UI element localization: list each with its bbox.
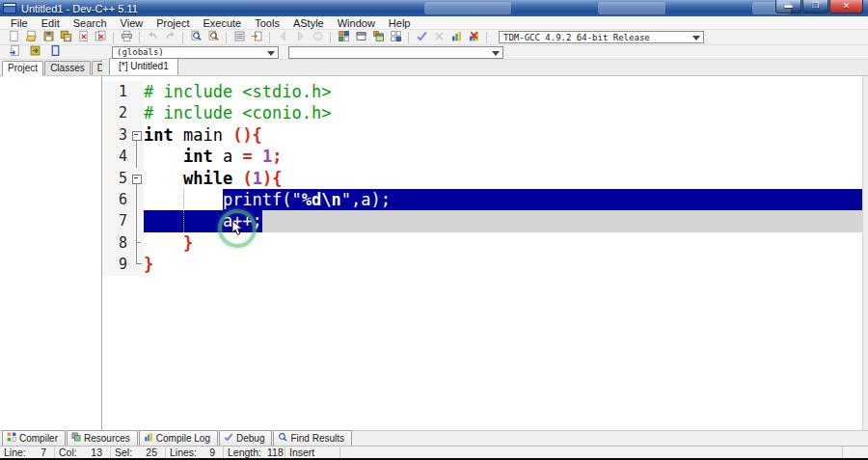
- delete-profiling-icon: [468, 29, 480, 46]
- menu-file[interactable]: File: [4, 16, 35, 30]
- new-file-button[interactable]: [5, 31, 22, 44]
- report-tabs: CompilerResourcesCompile LogDebugFind Re…: [0, 430, 868, 446]
- close-button[interactable]: [74, 31, 92, 44]
- menu-search[interactable]: Search: [67, 16, 114, 30]
- menu-execute[interactable]: Execute: [196, 16, 248, 30]
- status-insert: Insert: [285, 446, 340, 458]
- line-number: 5: [102, 168, 130, 189]
- aero-glass-highlight: [424, 2, 511, 14]
- code-line-5[interactable]: 5 while (1){: [102, 168, 868, 189]
- code-text: }: [144, 254, 868, 275]
- report-tab-find-results[interactable]: Find Results: [273, 430, 352, 446]
- indent-guide: [183, 189, 184, 232]
- close-button[interactable]: ✕: [829, 0, 863, 14]
- menu-project[interactable]: Project: [149, 16, 196, 30]
- insert-icon: [9, 43, 21, 61]
- menu-tools[interactable]: Tools: [248, 16, 286, 30]
- report-tab-debug[interactable]: Debug: [219, 430, 272, 446]
- chevron-down-icon: [492, 51, 500, 56]
- fold-toggle-icon[interactable]: [130, 124, 144, 146]
- code-line-1[interactable]: 1# include <stdio.h>: [102, 81, 868, 102]
- code-line-6[interactable]: 6 printf("%d\n",a);: [102, 189, 868, 210]
- menu-help[interactable]: Help: [382, 16, 418, 30]
- code-line-9[interactable]: 9}: [102, 254, 868, 275]
- vertical-scrollbar[interactable]: [862, 76, 868, 430]
- compile-button[interactable]: [335, 31, 352, 44]
- status-length: Length:118: [224, 446, 285, 458]
- status-col: Col:13: [55, 446, 111, 458]
- editor-tabstrip: [*] Untitled1: [102, 60, 868, 76]
- maximize-button[interactable]: ❐: [802, 0, 828, 14]
- status-message-area: [340, 446, 843, 458]
- fold-margin: [130, 232, 144, 254]
- fold-toggle-icon[interactable]: [130, 168, 144, 189]
- editor-pane: [*] Untitled1 1# include <stdio.h>2# inc…: [102, 60, 868, 430]
- fold-margin: [130, 102, 144, 123]
- insert-button[interactable]: [5, 45, 25, 59]
- editor-tab-untitled1[interactable]: [*] Untitled1: [109, 58, 178, 75]
- code-line-4[interactable]: 4 int a = 1;: [102, 146, 868, 167]
- compiler-select[interactable]: TDM-GCC 4.9.2 64-bit Release: [499, 31, 704, 43]
- members-select[interactable]: [288, 46, 503, 59]
- code-text: # include <conio.h>: [144, 102, 868, 123]
- toolbar-separator: [226, 32, 227, 43]
- delete-profiling-button[interactable]: [465, 31, 482, 44]
- goto-bookmark-button[interactable]: [45, 45, 66, 59]
- toolbar-separator: [113, 32, 114, 43]
- globals-select[interactable]: (globals): [112, 46, 279, 59]
- profile-analysis-button[interactable]: [448, 31, 465, 44]
- find-in-files-button[interactable]: [231, 31, 248, 44]
- replace-icon: [207, 29, 220, 46]
- abort-compilation-button: [430, 31, 448, 44]
- back-button: [274, 31, 291, 44]
- line-number: 9: [102, 254, 130, 275]
- undo-icon: [147, 29, 159, 46]
- profile-analysis-icon: [450, 29, 463, 46]
- report-tab-label: Debug: [236, 433, 264, 445]
- close-all-button[interactable]: [92, 31, 109, 44]
- close-all-icon: [95, 29, 107, 46]
- print-button[interactable]: [118, 31, 135, 44]
- fold-margin: [130, 81, 144, 102]
- main-toolbar: TDM-GCC 4.9.2 64-bit Release: [0, 30, 868, 45]
- code-line-3[interactable]: 3int main (){: [102, 124, 868, 146]
- forward-button: [291, 31, 309, 44]
- save-button[interactable]: [40, 31, 57, 44]
- save-all-button[interactable]: [57, 31, 74, 44]
- goto-line-button[interactable]: [248, 31, 265, 44]
- toggle-bookmark-button[interactable]: [25, 45, 45, 59]
- compile-log-icon: [144, 432, 153, 445]
- menu-astyle[interactable]: AStyle: [286, 16, 331, 30]
- abort-button: [309, 31, 326, 44]
- syntax-check-button[interactable]: [413, 31, 430, 44]
- minimize-button[interactable]: ▬: [775, 0, 801, 14]
- project-tree[interactable]: [0, 76, 101, 430]
- code-line-2[interactable]: 2# include <conio.h>: [102, 102, 868, 123]
- find-in-files-icon: [233, 29, 246, 46]
- panel-tab-project[interactable]: Project: [2, 61, 43, 76]
- run-button[interactable]: [352, 31, 369, 44]
- report-tab-resources[interactable]: Resources: [67, 430, 138, 446]
- menu-view[interactable]: View: [114, 16, 150, 30]
- current-line-fill: [262, 210, 868, 231]
- chevron-down-icon: [692, 36, 700, 41]
- code-editor[interactable]: 1# include <stdio.h>2# include <conio.h>…: [102, 76, 868, 430]
- rebuild-all-button[interactable]: [387, 31, 404, 44]
- code-text: # include <stdio.h>: [144, 81, 868, 102]
- code-line-8[interactable]: 8 }: [102, 232, 868, 254]
- find-button[interactable]: [187, 31, 204, 44]
- undo-button: [144, 31, 161, 44]
- menu-window[interactable]: Window: [331, 16, 382, 30]
- panel-tab-classes[interactable]: Classes: [44, 61, 91, 75]
- replace-button[interactable]: [204, 31, 222, 44]
- window-title: Untitled1 - Dev-C++ 5.11: [21, 3, 138, 14]
- compile-and-run-button[interactable]: [369, 31, 387, 44]
- debug-icon: [224, 432, 233, 445]
- code-text: printf("%d\n",a);: [144, 189, 868, 210]
- syntax-check-icon: [416, 29, 428, 46]
- report-tab-compiler[interactable]: Compiler: [2, 430, 66, 446]
- line-number: 4: [102, 146, 130, 167]
- report-tab-compile-log[interactable]: Compile Log: [139, 430, 218, 446]
- menu-edit[interactable]: Edit: [35, 16, 67, 30]
- open-file-button[interactable]: [22, 31, 40, 44]
